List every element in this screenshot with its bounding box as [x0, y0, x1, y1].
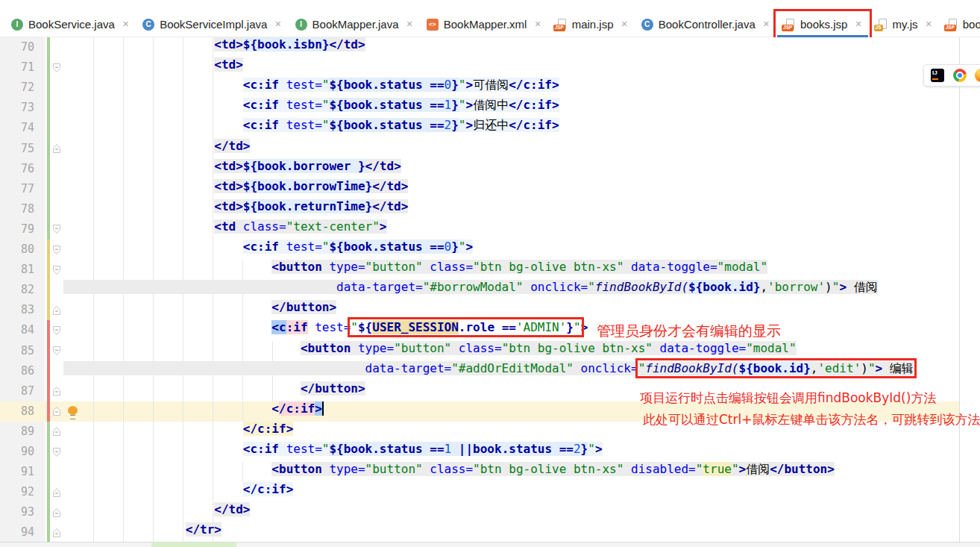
code-line-70[interactable]: <td>${book.isbn}</td> [63, 37, 365, 57]
code-line-91[interactable]: <button type="button" class="btn bg-oliv… [63, 462, 835, 482]
fold-expand-icon[interactable] [52, 265, 61, 275]
tab-book_modal.jsp[interactable]: JSPbook_modal.jsp✕ [939, 12, 980, 37]
fold-collapse-icon[interactable] [52, 528, 61, 538]
code-token: "button" [365, 260, 430, 274]
code-token: 2 [445, 118, 452, 132]
code-token: "modal" [746, 341, 796, 355]
code-token: onclick= [530, 280, 588, 294]
code-line-83[interactable]: </button> [63, 300, 336, 320]
code-line-73[interactable]: <c:if test="${book.status ==1}">借阅中</c:i… [63, 98, 559, 118]
code-token: "btn bg-olive btn-xs" [473, 462, 631, 476]
code-token: "#borrowModal" [423, 280, 531, 294]
code-line-78[interactable]: <td>${book.returnTime}</td> [63, 199, 408, 219]
tab-BookMapper.java[interactable]: IBookMapper.java✕ [289, 12, 420, 37]
firefox-icon[interactable] [975, 69, 980, 82]
fold-collapse-icon[interactable] [52, 487, 61, 498]
code-line-92[interactable]: </c:if> [63, 482, 293, 502]
fold-collapse-icon[interactable] [52, 406, 61, 416]
code-line-71[interactable]: <td> [63, 57, 243, 78]
code-token: ${book.isbn} [243, 37, 330, 51]
code-token: " [322, 442, 330, 456]
fold-expand-icon[interactable] [52, 63, 61, 73]
tab-BookServiceImpl.java[interactable]: CBookServiceImpl.java✕ [136, 12, 288, 37]
tab-my.js[interactable]: JSmy.js✕ [869, 12, 939, 37]
code-line-81[interactable]: <button type="button" class="btn bg-oliv… [63, 260, 767, 280]
intellij-icon[interactable]: IJ [931, 69, 944, 82]
code-line-82[interactable]: data-target="#borrowModal" onclick="find… [63, 280, 878, 300]
code-token: </td> [329, 37, 365, 51]
code-token: 1 [445, 98, 452, 112]
code-token: .role == [459, 320, 516, 334]
fold-collapse-icon[interactable] [52, 143, 61, 154]
code-token: "button" [394, 341, 459, 355]
code-line-79[interactable]: <td class="text-center"> [63, 219, 387, 240]
code-line-72[interactable]: <c:if test="${book.status ==0}">可借阅</c:i… [63, 78, 559, 98]
code-line-74[interactable]: <c:if test="${book.status ==2}">归还中</c:i… [63, 118, 559, 138]
tab-close-icon[interactable]: ✕ [763, 19, 770, 29]
line-number: 82 [0, 280, 34, 300]
fold-collapse-icon[interactable] [52, 305, 61, 316]
chrome-icon[interactable] [953, 69, 967, 82]
indent-whitespace [63, 422, 243, 436]
code-editor[interactable]: 70 <td>${book.isbn}</td>71 <td>72 <c:if … [0, 37, 980, 542]
fold-collapse-icon[interactable] [52, 507, 61, 518]
tab-main.jsp[interactable]: JSPmain.jsp✕ [548, 12, 635, 37]
tab-close-icon[interactable]: ✕ [406, 19, 412, 29]
code-token: < [271, 401, 279, 416]
indent-whitespace [63, 361, 365, 375]
tab-close-icon[interactable]: ✕ [855, 19, 861, 29]
code-token: </button> [301, 381, 365, 396]
fold-expand-icon[interactable] [52, 346, 61, 356]
tab-BookMapper.xml[interactable]: <>BookMapper.xml✕ [420, 12, 548, 37]
code-token: test= [286, 118, 322, 132]
tab-label: my.js [892, 18, 919, 31]
fold-collapse-icon[interactable] [52, 386, 61, 396]
fold-expand-icon[interactable] [52, 224, 61, 234]
tab-close-icon[interactable]: ✕ [621, 19, 628, 29]
fold-collapse-icon[interactable] [52, 426, 61, 437]
fold-expand-icon[interactable] [52, 447, 61, 457]
code-line-76[interactable]: <td>${book.borrower }</td> [63, 159, 401, 179]
code-token: </c:if> [509, 118, 559, 132]
code-token: USER_SESSION [372, 320, 459, 334]
tab-close-icon[interactable]: ✕ [534, 19, 541, 29]
code-line-88[interactable]: </c:if> [63, 401, 324, 422]
code-token: > [581, 320, 588, 334]
indent-whitespace [63, 37, 214, 51]
fold-expand-icon[interactable] [52, 245, 61, 255]
bottom-strip [0, 542, 980, 547]
line-number: 83 [0, 300, 34, 320]
line-number: 90 [0, 442, 34, 462]
code-token: " [588, 442, 595, 456]
code-line-80[interactable]: <c:if test="${book.status ==0}"> [63, 240, 473, 260]
tab-close-icon[interactable]: ✕ [274, 19, 281, 29]
code-line-89[interactable]: </c:if> [63, 422, 293, 442]
code-line-93[interactable]: </td> [63, 502, 250, 522]
code-line-75[interactable]: </td> [63, 139, 250, 159]
code-line-94[interactable]: </tr> [63, 522, 222, 543]
code-token: } [581, 442, 588, 456]
tab-BookService.java[interactable]: IBookService.java✕ [4, 12, 136, 37]
code-line-84[interactable]: <c:if test="${USER_SESSION.role =='ADMIN… [63, 320, 588, 340]
jsp-file-icon: JSP [555, 19, 567, 31]
fold-expand-icon[interactable] [52, 325, 61, 336]
tab-BookController.java[interactable]: CBookController.java✕ [635, 12, 776, 37]
code-line-87[interactable]: </button> [63, 381, 365, 401]
code-token: ${ [358, 320, 372, 334]
annotation-note-line2: 此处可以通过Ctrl+鼠标左键单击该方法名，可跳转到该方法 [643, 410, 980, 428]
code-token: findBookById( [595, 280, 688, 294]
code-token: type= [329, 260, 365, 274]
tab-close-icon[interactable]: ✕ [122, 19, 129, 29]
code-token: <td> [214, 199, 243, 213]
code-token: } [451, 98, 459, 112]
code-token: ${book.id} [739, 361, 811, 375]
line-number: 87 [0, 381, 34, 401]
code-line-86[interactable]: data-target="#addOrEditModal" onclick="f… [63, 361, 914, 381]
code-token: ${book.id} [688, 280, 760, 294]
tab-close-icon[interactable]: ✕ [926, 19, 932, 29]
code-line-77[interactable]: <td>${book.borrowTime}</td> [63, 179, 408, 199]
code-token: findBookById( [645, 361, 738, 375]
code-line-85[interactable]: <button type="button" class="btn bg-oliv… [63, 341, 797, 361]
tab-books.jsp[interactable]: JSPbooks.jsp✕ [776, 12, 869, 37]
code-line-90[interactable]: <c:if test="${book.status ==1 ||book.sta… [63, 442, 603, 462]
